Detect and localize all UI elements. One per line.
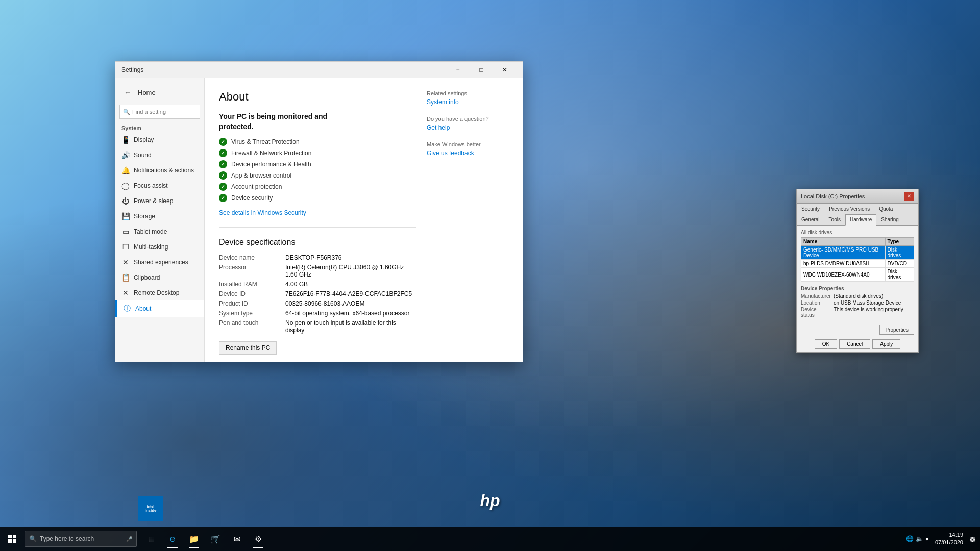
- protection-item-account: Account protection: [219, 183, 416, 191]
- hp-logo: hp: [480, 491, 500, 510]
- sidebar-home[interactable]: ← Home: [115, 82, 204, 103]
- spec-value-pen-touch: No pen or touch input is available for t…: [285, 319, 416, 334]
- spec-label-device-id: Device ID: [219, 290, 285, 297]
- taskbar-explorer-icon[interactable]: 📁: [184, 529, 204, 549]
- tab-security[interactable]: Security: [797, 204, 824, 214]
- tab-sharing[interactable]: Sharing: [876, 214, 903, 225]
- drive-name-2: WDC WD10EZEX-60WN4A0: [801, 268, 886, 282]
- system-info-link[interactable]: System info: [427, 98, 508, 106]
- related-settings-title: Related settings: [427, 90, 508, 96]
- tab-hardware[interactable]: Hardware: [845, 214, 876, 226]
- rename-pc-button[interactable]: Rename this PC: [219, 341, 277, 355]
- drive-row-0[interactable]: Generic- SD/MMC/MS PRO USB Device Disk d…: [801, 246, 914, 260]
- sidebar-item-storage[interactable]: 💾 Storage: [115, 209, 204, 224]
- spec-device-name: Device name DESKTOP-F56R376: [219, 254, 416, 261]
- get-help-link[interactable]: Get help: [427, 124, 508, 131]
- tab-tools[interactable]: Tools: [824, 214, 845, 225]
- sound-icon: 🔊: [121, 151, 130, 159]
- properties-tabs: Security Previous Versions Quota General…: [797, 204, 918, 226]
- sidebar-item-power[interactable]: ⏻ Power & sleep: [115, 193, 204, 209]
- window-controls: − □ ✕: [446, 62, 517, 78]
- taskbar-settings-icon[interactable]: ⚙: [248, 529, 268, 549]
- spec-value-processor: Intel(R) Celeron(R) CPU J3060 @ 1.60GHz …: [285, 264, 416, 278]
- dp-status: Device status This device is working pro…: [801, 307, 914, 318]
- drive-row-2[interactable]: WDC WD10EZEX-60WN4A0 Disk drives: [801, 268, 914, 282]
- properties-button-row: Properties: [797, 323, 918, 337]
- about-icon: ⓘ: [123, 304, 131, 313]
- protection-item-device-perf: Device performance & Health: [219, 160, 416, 168]
- properties-close-button[interactable]: ✕: [904, 192, 914, 201]
- settings-window-title: Settings: [121, 66, 446, 73]
- close-button[interactable]: ✕: [493, 62, 517, 78]
- drive-type-0: Disk drives: [885, 246, 914, 260]
- shared-label: Shared experiences: [134, 259, 188, 266]
- sidebar-item-sound[interactable]: 🔊 Sound: [115, 147, 204, 163]
- sidebar-item-notifications[interactable]: 🔔 Notifications & actions: [115, 163, 204, 178]
- taskbar-edge-icon[interactable]: e: [162, 529, 183, 549]
- taskbar: 🔍 Type here to search 🎤 ▦ e 📁 🛒 ✉ ⚙ 🌐 🔈 …: [0, 527, 980, 551]
- battery-icon: ●: [925, 535, 929, 542]
- clock-time: 14:19: [935, 531, 963, 539]
- back-button[interactable]: ←: [121, 86, 134, 98]
- settings-titlebar: Settings − □ ✕: [115, 62, 523, 78]
- properties-titlebar: Local Disk (C:) Properties ✕: [797, 189, 918, 204]
- spec-product-id: Product ID 00325-80966-81603-AAOEM: [219, 300, 416, 307]
- multitasking-label: Multi-tasking: [134, 243, 168, 251]
- properties-content: All disk drives Name Type Generic- SD/MM…: [797, 226, 918, 323]
- settings-body: ← Home 🔍 System 📱 Display 🔊 Sound 🔔 Noti…: [115, 78, 523, 362]
- sound-label: Sound: [134, 152, 152, 159]
- table-header-name: Name: [801, 238, 886, 246]
- taskview-button[interactable]: ▦: [141, 529, 161, 549]
- taskbar-search-icon: 🔍: [29, 535, 37, 542]
- sidebar-item-about[interactable]: ⓘ About: [115, 300, 204, 317]
- drive-row-1[interactable]: hp PLDS DVDRW DU8A8SH DVD/CD-: [801, 260, 914, 268]
- manufacturer-value: (Standard disk drives): [834, 293, 883, 299]
- status-value: This device is working properly: [834, 307, 903, 318]
- sidebar-item-tablet[interactable]: ▭ Tablet mode: [115, 224, 204, 239]
- multitasking-icon: ❒: [121, 243, 130, 251]
- sidebar-search-input[interactable]: [132, 109, 203, 115]
- minimize-button[interactable]: −: [446, 62, 470, 78]
- taskbar-mail-icon[interactable]: ✉: [227, 529, 247, 549]
- see-details-link[interactable]: See details in Windows Security: [219, 209, 306, 216]
- start-button[interactable]: [0, 527, 24, 551]
- sidebar-search-box[interactable]: 🔍: [119, 105, 200, 119]
- sidebar-item-multitasking[interactable]: ❒ Multi-tasking: [115, 239, 204, 255]
- feedback-link[interactable]: Give us feedback: [427, 149, 508, 157]
- drive-name-0: Generic- SD/MMC/MS PRO USB Device: [801, 246, 886, 260]
- sidebar-item-remote[interactable]: ✕ Remote Desktop: [115, 285, 204, 300]
- spec-value-ram: 4.00 GB: [285, 281, 308, 288]
- drive-type-2: Disk drives: [885, 268, 914, 282]
- spec-pen-touch: Pen and touch No pen or touch input is a…: [219, 319, 416, 334]
- sidebar-item-clipboard[interactable]: 📋 Clipboard: [115, 270, 204, 285]
- taskbar-search[interactable]: 🔍 Type here to search 🎤: [24, 531, 137, 547]
- taskbar-clock[interactable]: 14:19 07/01/2020: [931, 531, 967, 547]
- taskbar-store-icon[interactable]: 🛒: [205, 529, 226, 549]
- page-title: About: [219, 90, 416, 104]
- spec-ram: Installed RAM 4.00 GB: [219, 281, 416, 288]
- question-title: Do you have a question?: [427, 116, 508, 122]
- tab-quota[interactable]: Quota: [874, 204, 897, 214]
- cortana-mic-icon: 🎤: [126, 536, 132, 542]
- shared-icon: ✕: [121, 258, 130, 266]
- focus-icon: ◯: [121, 182, 130, 190]
- ok-button[interactable]: OK: [815, 339, 837, 349]
- tab-previous-versions[interactable]: Previous Versions: [824, 204, 874, 214]
- windows-logo-icon: [8, 535, 16, 543]
- notifications-icon: 🔔: [121, 166, 130, 174]
- sidebar-item-display[interactable]: 📱 Display: [115, 132, 204, 147]
- cancel-button[interactable]: Cancel: [839, 339, 870, 349]
- clipboard-label: Clipboard: [134, 274, 160, 281]
- sidebar-item-shared[interactable]: ✕ Shared experiences: [115, 255, 204, 270]
- settings-sidebar: ← Home 🔍 System 📱 Display 🔊 Sound 🔔 Noti…: [115, 78, 205, 362]
- protection-item-app-browser: App & browser control: [219, 171, 416, 180]
- tab-general[interactable]: General: [797, 214, 824, 225]
- check-account-icon: [219, 183, 227, 191]
- search-icon: 🔍: [123, 109, 130, 115]
- maximize-button[interactable]: □: [470, 62, 493, 78]
- storage-icon: 💾: [121, 212, 130, 220]
- properties-button[interactable]: Properties: [879, 325, 914, 335]
- spec-value-product-id: 00325-80966-81603-AAOEM: [285, 300, 364, 307]
- sidebar-item-focus[interactable]: ◯ Focus assist: [115, 178, 204, 193]
- apply-button[interactable]: Apply: [872, 339, 900, 349]
